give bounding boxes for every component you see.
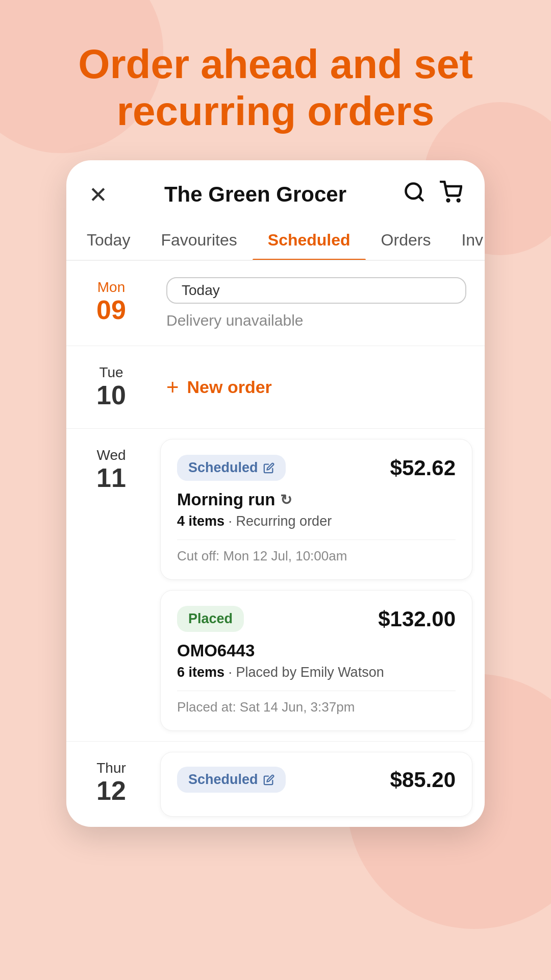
today-badge: Today (166, 277, 466, 304)
order-placed-at: Placed at: Sat 14 Jun, 3:37pm (177, 699, 456, 715)
schedule-row-wed11: Wed 11 Scheduled $52.62 Morning run (66, 429, 485, 742)
content-mon09: Today Delivery unavailable (148, 261, 485, 346)
status-badge-scheduled-3: Scheduled (177, 767, 286, 793)
tab-orders[interactable]: Orders (366, 220, 446, 260)
order-amount-1: $52.62 (390, 456, 456, 480)
order-card-thur12[interactable]: Scheduled $85.20 (160, 752, 472, 817)
status-badge-placed: Placed (177, 606, 244, 632)
delivery-unavailable-text: Delivery unavailable (166, 312, 466, 329)
order-name-1: Morning run ↻ (177, 490, 456, 509)
recurring-icon: ↻ (280, 492, 292, 508)
tab-shop[interactable]: Today (71, 220, 145, 260)
date-col-tue10: Tue 10 (66, 346, 148, 428)
order-cutoff-1: Cut off: Mon 12 Jul, 10:00am (177, 548, 456, 564)
order-divider-2 (177, 691, 456, 691)
order-card-top-3: Scheduled $85.20 (177, 767, 456, 793)
order-divider-1 (177, 540, 456, 540)
order-amount-2: $132.00 (378, 607, 456, 631)
day-num-wed11: 11 (96, 463, 126, 493)
day-num-mon09: 09 (96, 296, 126, 325)
store-name: The Green Grocer (118, 182, 393, 207)
day-name-mon09: Mon (97, 279, 125, 296)
day-num-tue10: 10 (96, 381, 126, 410)
schedule-row-thur12: Thur 12 Scheduled $85.20 (66, 742, 485, 827)
tab-inv[interactable]: Inv (446, 220, 485, 260)
date-col-wed11: Wed 11 (66, 429, 148, 741)
order-name-2: OMO6443 (177, 641, 456, 660)
schedule-row-mon09: Mon 09 Today Delivery unavailable (66, 261, 485, 346)
tab-scheduled[interactable]: Scheduled (253, 220, 366, 260)
tab-bar: Today Favourites Scheduled Orders Inv (66, 220, 485, 261)
svg-line-1 (419, 197, 423, 201)
order-card-omo6443[interactable]: Placed $132.00 OMO6443 6 items · Placed … (160, 590, 472, 731)
order-meta-1: 4 items · Recurring order (177, 513, 456, 529)
order-meta-2: 6 items · Placed by Emily Watson (177, 665, 456, 680)
cart-icon[interactable] (440, 181, 462, 208)
schedule-list: Mon 09 Today Delivery unavailable Tue 10… (66, 261, 485, 827)
tab-favourites[interactable]: Favourites (145, 220, 252, 260)
schedule-row-tue10: Tue 10 + New order (66, 346, 485, 429)
new-order-button[interactable]: + New order (166, 371, 466, 404)
day-name-thur12: Thur (96, 760, 126, 776)
content-thur12: Scheduled $85.20 (148, 742, 485, 827)
svg-point-2 (447, 200, 449, 202)
content-wed11: Scheduled $52.62 Morning run ↻ 4 items ·… (148, 429, 485, 741)
order-card-top-2: Placed $132.00 (177, 606, 456, 632)
date-col-thur12: Thur 12 (66, 742, 148, 827)
order-card-top-1: Scheduled $52.62 (177, 455, 456, 481)
order-amount-3: $85.20 (390, 768, 456, 792)
header-icons (403, 181, 462, 208)
app-header: ✕ The Green Grocer (66, 160, 485, 220)
plus-icon: + (166, 375, 179, 400)
status-badge-scheduled-1: Scheduled (177, 455, 286, 481)
phone-card: ✕ The Green Grocer Today Favourites Sche… (66, 160, 485, 827)
close-button[interactable]: ✕ (89, 182, 108, 208)
hero-title: Order ahead and set recurring orders (0, 0, 551, 160)
content-tue10: + New order (148, 346, 485, 428)
svg-point-3 (458, 200, 460, 202)
day-name-wed11: Wed (96, 447, 126, 463)
date-col-mon09: Mon 09 (66, 261, 148, 346)
order-card-morning-run[interactable]: Scheduled $52.62 Morning run ↻ 4 items ·… (160, 439, 472, 580)
day-num-thur12: 12 (96, 776, 126, 805)
new-order-label: New order (187, 377, 272, 397)
day-name-tue10: Tue (99, 364, 123, 381)
search-icon[interactable] (403, 181, 425, 208)
